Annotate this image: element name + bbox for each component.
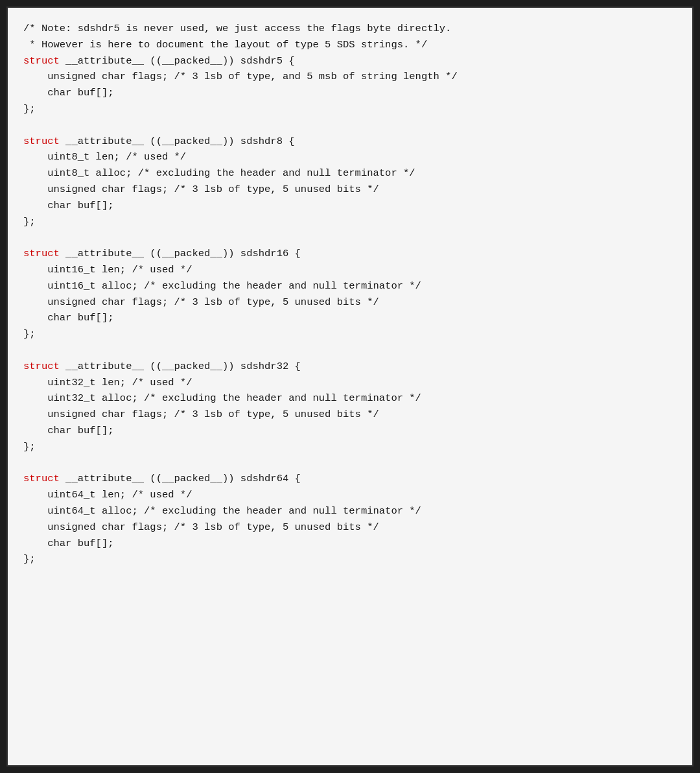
code-line: }; <box>23 101 677 117</box>
code-token: __attribute__ ((__packed__)) sdshdr5 { <box>60 55 295 67</box>
code-line: }; <box>23 439 677 455</box>
code-line: uint16_t alloc; /* excluding the header … <box>23 278 677 294</box>
code-block: /* Note: sdshdr5 is never used, we just … <box>6 6 694 767</box>
code-line: char buf[]; <box>23 198 677 214</box>
code-line: uint32_t alloc; /* excluding the header … <box>23 390 677 407</box>
code-line: struct __attribute__ ((__packed__)) sdsh… <box>23 134 677 150</box>
keyword-token: struct <box>23 136 60 147</box>
code-line: uint8_t alloc; /* excluding the header a… <box>23 165 677 182</box>
code-line: char buf[]; <box>23 536 677 552</box>
code-token: __attribute__ ((__packed__)) sdshdr16 { <box>60 248 301 259</box>
code-line <box>23 117 677 134</box>
code-token: __attribute__ ((__packed__)) sdshdr64 { <box>60 473 301 484</box>
code-line: unsigned char flags; /* 3 lsb of type, 5… <box>23 407 677 423</box>
code-line <box>23 342 677 359</box>
code-line: uint8_t len; /* used */ <box>23 149 677 165</box>
code-line: char buf[]; <box>23 310 677 326</box>
keyword-token: struct <box>23 248 60 259</box>
code-line: char buf[]; <box>23 85 677 101</box>
code-line: }; <box>23 326 677 342</box>
keyword-token: struct <box>23 55 60 67</box>
code-line: uint64_t alloc; /* excluding the header … <box>23 503 677 519</box>
code-line: struct __attribute__ ((__packed__)) sdsh… <box>23 53 677 69</box>
code-line: unsigned char flags; /* 3 lsb of type, a… <box>23 69 677 85</box>
code-line: /* Note: sdshdr5 is never used, we just … <box>23 21 677 37</box>
code-line: uint32_t len; /* used */ <box>23 375 677 391</box>
code-line: struct __attribute__ ((__packed__)) sdsh… <box>23 246 677 262</box>
code-token: __attribute__ ((__packed__)) sdshdr32 { <box>60 361 301 372</box>
code-line: unsigned char flags; /* 3 lsb of type, 5… <box>23 519 677 536</box>
code-line: unsigned char flags; /* 3 lsb of type, 5… <box>23 294 677 311</box>
code-line: uint64_t len; /* used */ <box>23 487 677 503</box>
keyword-token: struct <box>23 361 60 372</box>
code-line: }; <box>23 214 677 230</box>
code-line <box>23 230 677 246</box>
code-line: }; <box>23 551 677 567</box>
code-line: struct __attribute__ ((__packed__)) sdsh… <box>23 359 677 375</box>
code-line: unsigned char flags; /* 3 lsb of type, 5… <box>23 182 677 198</box>
code-line: struct __attribute__ ((__packed__)) sdsh… <box>23 471 677 487</box>
code-token: __attribute__ ((__packed__)) sdshdr8 { <box>60 136 295 147</box>
code-line: uint16_t len; /* used */ <box>23 262 677 278</box>
code-line: * However is here to document the layout… <box>23 37 677 53</box>
keyword-token: struct <box>23 473 60 484</box>
code-line <box>23 455 677 471</box>
code-line: char buf[]; <box>23 423 677 439</box>
